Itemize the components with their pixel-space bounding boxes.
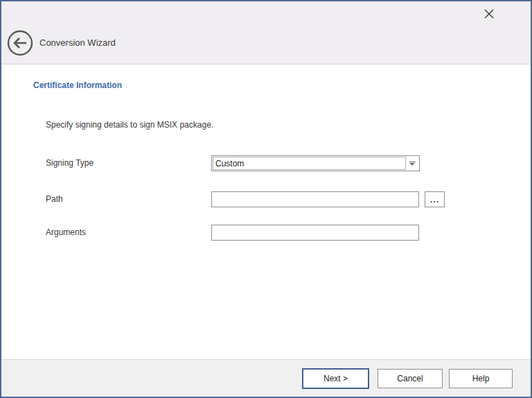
chevron-down-icon xyxy=(409,162,416,166)
arguments-input[interactable] xyxy=(211,225,419,241)
path-label: Path xyxy=(46,191,63,207)
cancel-button[interactable]: Cancel xyxy=(378,369,443,388)
signing-type-combobox[interactable]: Custom xyxy=(211,155,420,171)
wizard-title: Conversion Wizard xyxy=(39,30,116,56)
next-button[interactable]: Next > xyxy=(302,368,369,389)
path-input[interactable] xyxy=(211,191,419,207)
close-icon xyxy=(484,9,494,21)
back-arrow-icon xyxy=(7,48,33,58)
signing-type-selected-value: Custom xyxy=(213,157,406,170)
page-heading: Certificate Information xyxy=(33,80,122,90)
conversion-wizard-window: Conversion Wizard Certificate Informatio… xyxy=(0,0,532,398)
browse-button[interactable]: ... xyxy=(425,191,445,207)
help-button[interactable]: Help xyxy=(449,369,513,388)
back-button[interactable] xyxy=(7,30,33,56)
signing-type-label: Signing Type xyxy=(46,155,94,171)
arguments-label: Arguments xyxy=(46,225,86,241)
close-button[interactable] xyxy=(479,6,499,24)
page-description: Specify signing details to sign MSIX pac… xyxy=(46,120,213,130)
wizard-header: Conversion Wizard xyxy=(1,1,531,64)
